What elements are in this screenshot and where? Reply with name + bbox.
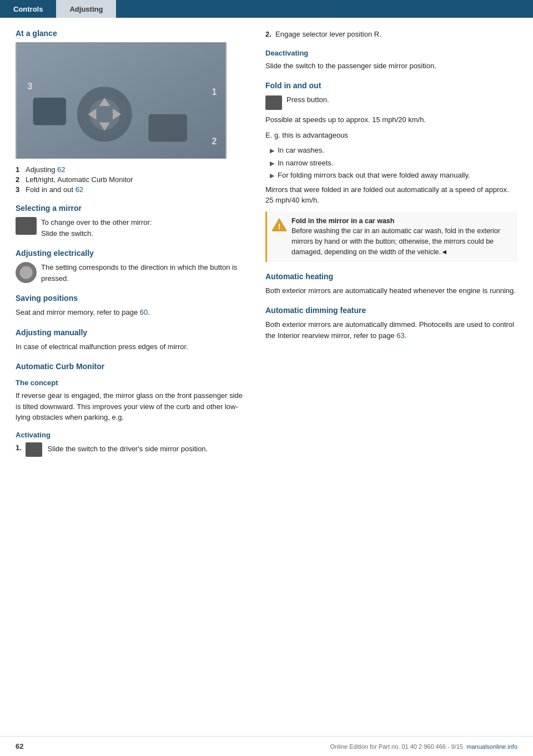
svg-rect-1: [33, 98, 66, 125]
adjusting-electrically-text: The setting corresponds to the direction…: [41, 262, 249, 284]
link-page-60[interactable]: 60: [140, 308, 148, 316]
list-item-1: 1 Adjusting 62: [16, 165, 249, 174]
adjusting-manually-heading: Adjusting manually: [16, 328, 249, 337]
switch-icon: [16, 217, 37, 235]
list-item-2: 2 Left/right, Automatic Curb Monitor: [16, 175, 249, 184]
small-button-icon-1: [26, 442, 42, 457]
footer-info: Online Edition for Part no. 01 40 2 960 …: [330, 743, 517, 750]
fold-advantageous-text: E. g. this is advantageous: [265, 130, 517, 141]
automatic-heating-text: Both exterior mirrors are automatically …: [265, 285, 517, 296]
step-1-row: 1. Slide the switch to the driver's side…: [16, 442, 249, 457]
warning-text-block: Fold in the mirror in a car wash Before …: [291, 216, 513, 258]
bullet-item-2: ▶ In narrow streets.: [270, 158, 517, 169]
svg-text:!: !: [278, 222, 281, 231]
svg-text:2: 2: [212, 137, 217, 146]
step-1-content: Slide the switch to the driver's side mi…: [26, 442, 249, 457]
deactivating-text: Slide the switch to the passenger side m…: [265, 61, 517, 72]
adjusting-electrically-heading: Adjusting electrically: [16, 249, 249, 258]
automatic-curb-monitor-heading: Automatic Curb Monitor: [16, 362, 249, 371]
fold-press-button-row: Press button.: [265, 94, 517, 110]
right-column: 2. Engage selector lever position R. Dea…: [265, 29, 517, 462]
the-concept-heading: The concept: [16, 379, 249, 387]
warning-box: ! Fold in the mirror in a car wash Befor…: [265, 211, 517, 262]
step-2-row: 2. Engage selector lever position R.: [265, 29, 517, 40]
numbered-list: 1 Adjusting 62 2 Left/right, Automatic C…: [16, 165, 249, 194]
warning-body: Before washing the car in an automatic c…: [291, 227, 500, 256]
main-content: At a glance: [0, 18, 533, 485]
adjusting-electrically-row: The setting corresponds to the direction…: [16, 262, 249, 284]
selecting-mirror-heading: Selecting a mirror: [16, 204, 249, 213]
mirror-diagram: 1 2 3: [16, 42, 227, 159]
tab-adjusting[interactable]: Adjusting: [56, 0, 116, 18]
automatic-heating-heading: Automatic heating: [265, 272, 517, 281]
svg-text:3: 3: [28, 82, 33, 91]
step-2-content: Engage selector lever position R.: [275, 29, 517, 40]
arrow-icon-1: ▶: [270, 146, 274, 155]
link-adjusting-62[interactable]: 62: [57, 165, 65, 174]
fold-button-icon: [265, 95, 282, 110]
link-fold-62[interactable]: 62: [76, 185, 83, 194]
round-button-icon: [16, 262, 37, 283]
footer: 62 Online Edition for Part no. 01 40 2 9…: [0, 736, 533, 756]
bullet-item-1: ▶ In car washes.: [270, 145, 517, 156]
list-item-3: 3 Fold in and out 62: [16, 185, 249, 194]
the-concept-text: If reverse gear is engaged, the mirror g…: [16, 390, 249, 423]
activating-heading: Activating: [16, 431, 249, 439]
mirrors-auto-text: Mirrors that were folded in are folded o…: [265, 184, 517, 206]
tab-controls[interactable]: Controls: [0, 0, 56, 18]
saving-positions-text: Seat and mirror memory, refer to page 60…: [16, 307, 249, 318]
warning-triangle-icon: !: [271, 217, 287, 233]
page-number: 62: [16, 742, 23, 750]
automatic-dimming-text: Both exterior mirrors are automatically …: [265, 319, 517, 341]
bullet-item-3: ▶ For folding mirrors back out that were…: [270, 170, 517, 181]
fold-press-text: Press button.: [286, 94, 517, 105]
arrow-icon-3: ▶: [270, 171, 274, 180]
automatic-dimming-heading: Automatic dimming feature: [265, 306, 517, 315]
svg-rect-9: [149, 114, 187, 142]
deactivating-heading: Deactivating: [265, 49, 517, 57]
bullet-list: ▶ In car washes. ▶ In narrow streets. ▶ …: [270, 145, 517, 181]
at-a-glance-heading: At a glance: [16, 29, 249, 38]
footer-website-link[interactable]: manualsonline.info: [466, 743, 517, 750]
link-page-63[interactable]: 63: [396, 331, 404, 340]
selecting-mirror-row: To change over to the other mirror:Slide…: [16, 217, 249, 239]
saving-positions-heading: Saving positions: [16, 294, 249, 303]
selecting-mirror-text: To change over to the other mirror:Slide…: [41, 217, 249, 239]
header: Controls Adjusting: [0, 0, 533, 18]
svg-text:1: 1: [212, 87, 217, 97]
left-column: At a glance: [16, 29, 249, 462]
fold-possible-text: Possible at speeds up to approx. 15 mph/…: [265, 114, 517, 125]
fold-in-out-heading: Fold in and out: [265, 81, 517, 90]
arrow-icon-2: ▶: [270, 159, 274, 168]
adjusting-manually-text: In case of electrical malfunction press …: [16, 341, 249, 352]
warning-title: Fold in the mirror in a car wash: [291, 217, 394, 225]
